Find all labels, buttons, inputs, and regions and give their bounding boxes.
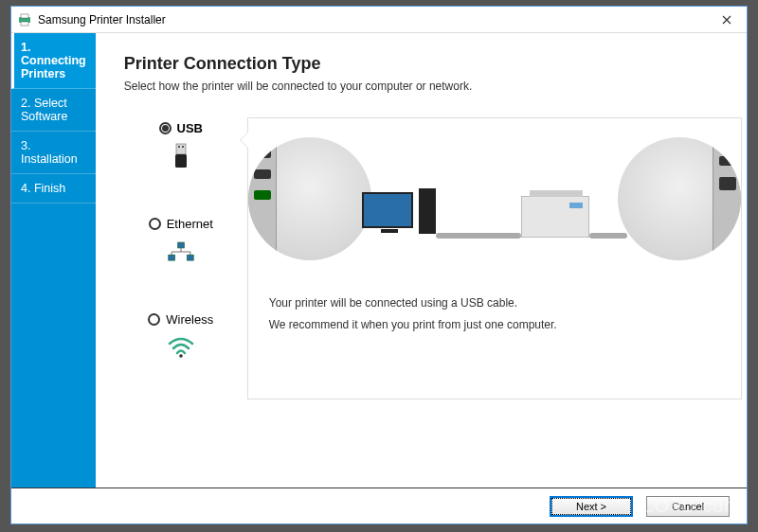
usb-icon: [168, 143, 194, 169]
sidebar-item-software[interactable]: 2. Select Software: [11, 89, 96, 132]
cancel-button[interactable]: Cancel: [646, 496, 730, 517]
content-area: 1. Connecting Printers 2. Select Softwar…: [11, 33, 747, 488]
option-label-usb: USB: [177, 121, 203, 135]
sidebar: 1. Connecting Printers 2. Select Softwar…: [11, 33, 96, 488]
window-title: Samsung Printer Installer: [38, 13, 707, 27]
svg-rect-12: [169, 255, 175, 260]
panel-line1: Your printer will be connected using a U…: [269, 293, 720, 314]
svg-rect-3: [176, 144, 186, 154]
ethernet-icon: [168, 239, 194, 265]
titlebar: Samsung Printer Installer: [11, 7, 747, 33]
close-button[interactable]: [707, 7, 747, 33]
svg-point-14: [179, 354, 183, 358]
page-subtitle: Select how the printer will be connected…: [124, 80, 742, 93]
radio-usb[interactable]: [159, 122, 171, 134]
sidebar-item-connecting[interactable]: 1. Connecting Printers: [11, 33, 96, 89]
sidebar-item-installation[interactable]: 3. Installation: [11, 132, 96, 174]
radio-wireless[interactable]: [148, 313, 160, 326]
option-label-ethernet: Ethernet: [167, 217, 213, 231]
page-title: Printer Connection Type: [124, 54, 742, 74]
svg-rect-2: [21, 22, 28, 26]
svg-rect-5: [182, 146, 184, 148]
installer-window: Samsung Printer Installer 1. Connecting …: [10, 6, 748, 524]
radio-ethernet[interactable]: [149, 218, 161, 230]
svg-rect-6: [175, 154, 187, 168]
svg-rect-4: [178, 146, 180, 148]
wireless-icon: [168, 334, 194, 361]
illustration: [248, 118, 741, 279]
option-wireless[interactable]: Wireless: [124, 312, 238, 361]
option-ethernet[interactable]: Ethernet: [124, 217, 238, 265]
panel-text: Your printer will be connected using a U…: [248, 279, 741, 349]
options-column: USB Ethernet: [124, 117, 238, 399]
options-row: USB Ethernet: [124, 117, 742, 399]
svg-rect-13: [187, 255, 193, 260]
option-usb[interactable]: USB: [124, 121, 238, 169]
sidebar-item-finish[interactable]: 4. Finish: [11, 174, 96, 204]
main-panel: Printer Connection Type Select how the p…: [96, 33, 758, 488]
panel-line2: We recommend it when you print from just…: [269, 314, 720, 336]
svg-rect-1: [21, 14, 28, 18]
footer: Next > Cancel: [11, 488, 747, 523]
option-label-wireless: Wireless: [166, 312, 213, 327]
app-icon: [17, 12, 32, 27]
detail-panel: Your printer will be connected using a U…: [247, 117, 742, 399]
svg-rect-7: [177, 242, 184, 248]
next-button[interactable]: Next >: [550, 496, 633, 517]
